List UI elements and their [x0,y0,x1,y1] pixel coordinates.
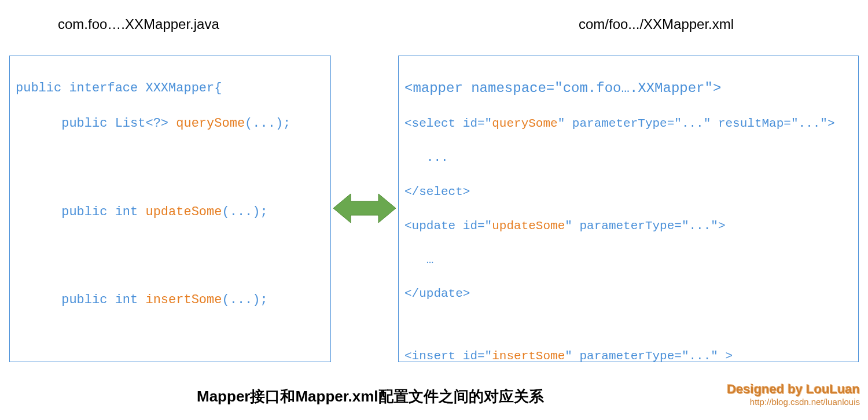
xml-update-close: </update> [404,285,852,302]
xml-select-body: ... [404,149,852,166]
credit-url: http://blog.csdn.net/luanlouis [727,397,860,407]
credit-author: Designed by LouLuan [727,382,860,397]
xml-update-body: … [404,252,852,268]
xml-update-open: <update id="updateSome" parameterType=".… [404,218,852,234]
credit-block: Designed by LouLuan http://blog.csdn.net… [727,382,860,407]
xml-insert-open: <insert id="insertSome" parameterType=".… [404,348,852,362]
xml-mapper-open: <mapper namespace="com.foo….XXMapper"> [404,79,852,98]
java-line-1: public interface XXXMapper{ [16,80,325,98]
xml-select-close: </select> [404,183,852,200]
java-line-query: public List<?> querySome(...); [16,115,325,133]
diagram-caption: Mapper接口和Mapper.xml配置文件之间的对应关系 [197,386,544,407]
xml-code-box: <mapper namespace="com.foo….XXMapper"> <… [398,56,859,362]
svg-marker-0 [333,194,396,223]
java-code-box: public interface XXXMapper{ public List<… [9,56,331,362]
xml-select-open: <select id="querySome" parameterType="..… [404,115,852,132]
java-line-update: public int updateSome(...); [16,204,325,222]
java-file-title: com.foo….XXMapper.java [58,16,219,32]
xml-file-title: com/foo.../XXMapper.xml [579,16,734,32]
java-line-insert: public int insertSome(...); [16,292,325,310]
double-arrow-icon [333,191,396,226]
